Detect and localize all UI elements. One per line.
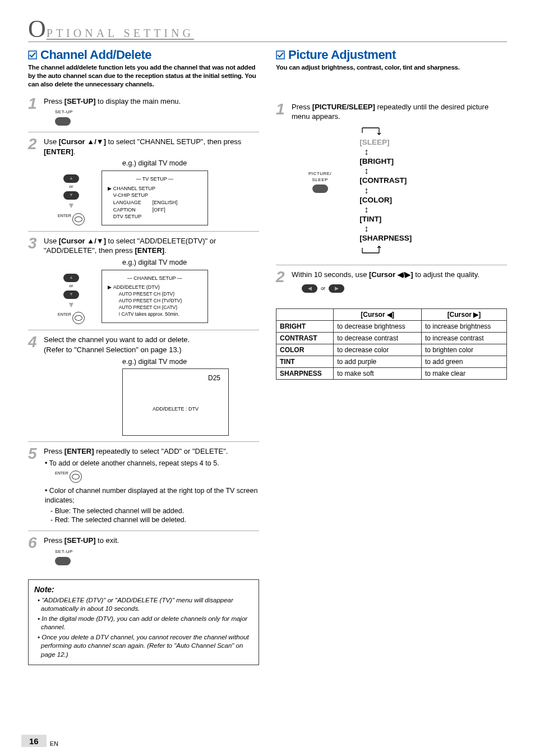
bold: [ENTER] [64, 447, 94, 455]
table-header-row: [Cursor ◀] [Cursor ▶] [276, 308, 507, 320]
note-item: • In the digital mode (DTV), you can add… [38, 615, 253, 632]
channel-d25: D25 [128, 374, 223, 383]
enter-icon: ENTER [58, 312, 85, 324]
left-step-4: 4 Select the channel you want to add or … [28, 335, 259, 442]
triangle-down-icon: ▼ [69, 192, 73, 199]
down-button-icon: ▼ [63, 191, 79, 200]
channel-setup-box: — CHANNEL SETUP — ▶ADD/DELETE (DTV) AUTO… [102, 270, 208, 323]
add-delete-box: D25 ADD/DELETE : DTV [122, 368, 229, 436]
cell: to increase brightness [421, 320, 506, 332]
tv-box-title: — CHANNEL SETUP — [108, 275, 202, 282]
updown-arrow-icon: ↕ [364, 147, 368, 156]
right-step-2: 2 Within 10 seconds, use [Cursor ◀/▶] to… [276, 270, 507, 304]
text: repeatedly to select "ADD" or "DELETE". [94, 447, 228, 455]
add-delete-label: ADD/DELETE : DTV [128, 405, 223, 413]
step-number: 5 [28, 446, 39, 525]
text: Press [44, 447, 64, 455]
tv-row-label: ! CATV takes approx. 50min. [119, 311, 179, 318]
eg-label: e.g.) digital TV mode [122, 258, 259, 268]
bold: [Cursor ▲/▼] [59, 137, 106, 146]
cell: to brighten color [421, 344, 506, 356]
text: to select "CHANNEL SETUP", then press [106, 137, 241, 146]
text: . [164, 246, 167, 255]
tv-row: AUTO PRESET CH (CATV) [108, 305, 202, 311]
down-arrow-icon: ▼ [67, 299, 75, 310]
triangle-down-icon: ▼ [69, 292, 73, 298]
tv-box-title: — TV SETUP — [108, 176, 202, 183]
bullet: • To add or delete another channels, rep… [45, 459, 259, 468]
note-item: • Once you delete a DTV channel, you can… [38, 633, 253, 660]
text: Within 10 seconds, use [292, 270, 369, 279]
left-step-5: 5 Press [ENTER] repeatedly to select "AD… [28, 446, 259, 531]
tv-setup-box: — TV SETUP — ▶CHANNEL SETUP V-CHIP SETUP… [102, 170, 208, 225]
table-row: COLORto decrease colorto brighten color [276, 344, 507, 356]
triangle-up-icon: ▲ [69, 275, 73, 281]
updown-arrow-icon: ↕ [364, 205, 368, 214]
step-number: 2 [276, 270, 287, 298]
step-body: Use [Cursor ▲/▼] to select "CHANNEL SETU… [44, 137, 259, 225]
flow-item-contrast: [CONTRAST] [359, 176, 407, 186]
row-name: SHARPNESS [276, 367, 334, 379]
step-lower-row: ▲ or ▼ ▼ ENTER — CHANNEL SETUP — ▶ADD/DE… [44, 270, 259, 325]
tv-row: ▶CHANNEL SETUP [108, 185, 202, 192]
enter-label: ENTER [58, 312, 71, 317]
right-column: Picture Adjustment You can adjust bright… [276, 48, 507, 665]
tv-row-label: AUTO PRESET CH (CATV) [119, 305, 177, 311]
left-step-1: 1 Press [SET-UP] to display the main men… [28, 96, 259, 132]
left-column: Channel Add/Delete The channel add/delet… [28, 48, 259, 665]
loop-up-arrow-icon [359, 243, 382, 255]
remote-setup-icon: SET-UP [55, 549, 259, 566]
enter-circle-icon [70, 471, 82, 483]
remote-cursor-icon: ▲ or ▼ ▼ ENTER [58, 273, 85, 325]
remote-label: PICTURE/ SLEEP [308, 171, 331, 183]
text: (Refer to "Channel Selection" on page 13… [44, 345, 259, 355]
left-step-2: 2 Use [Cursor ▲/▼] to select "CHANNEL SE… [28, 137, 259, 232]
tv-row: DTV SETUP [108, 213, 202, 220]
row-name: TINT [276, 356, 334, 367]
enter-label: ENTER [58, 213, 71, 218]
cell: to increase contrast [421, 332, 506, 344]
remote-picture-sleep-icon: PICTURE/ SLEEP [308, 171, 331, 193]
text: Press [44, 97, 64, 105]
tv-row: LANGUAGE[ENGLISH] [108, 199, 202, 206]
text: Press [44, 536, 64, 545]
enter-circle-icon [72, 312, 85, 324]
text: Use [44, 237, 59, 245]
flow-item-sleep: [SLEEP] [359, 137, 389, 147]
bold: [SET-UP] [64, 536, 96, 545]
pointer-icon: ▶ [108, 185, 113, 192]
page-header: O PTIONAL SETTING [28, 17, 507, 42]
text: to exit. [95, 536, 119, 545]
bold: [ENTER] [135, 246, 164, 255]
bold: [SET-UP] [64, 97, 96, 105]
left-button-icon: ◀ [302, 284, 317, 293]
step-body: Press [ENTER] repeatedly to select "ADD"… [44, 446, 259, 525]
section-title-row: Picture Adjustment [276, 48, 507, 62]
step-number: 4 [28, 335, 39, 436]
table-row: TINTto add purpleto add green [276, 356, 507, 367]
enter-circle-icon [72, 213, 85, 225]
or-label: or [69, 184, 73, 190]
or-label: or [69, 283, 73, 289]
table-row: CONTRASTto decrease contrastto increase … [276, 332, 507, 344]
tv-row-label: V-CHIP SETUP [113, 192, 148, 199]
tv-row-label: CAPTION [113, 206, 153, 214]
table-header-left: [Cursor ◀] [334, 308, 422, 320]
tv-row: AUTO PRESET CH (DTV) [108, 291, 202, 298]
sub-bullet: - Red: The selected channel will be dele… [50, 515, 259, 525]
table-header-blank [276, 308, 334, 320]
step-number: 3 [28, 236, 39, 325]
sub-bullet: - Blue: The selected channel will be add… [50, 506, 259, 516]
eg-label: e.g.) digital TV mode [122, 357, 259, 367]
cell: to decrease brightness [334, 320, 422, 332]
section-title-row: Channel Add/Delete [28, 48, 259, 62]
note-box: Note: • "ADD/DELETE (DTV)" or "ADD/DELET… [28, 579, 259, 666]
remote-label: SET-UP [55, 549, 73, 555]
right-section-title: Picture Adjustment [288, 48, 396, 62]
cell: to add green [421, 356, 506, 367]
or-label: or [321, 285, 325, 292]
left-step-3: 3 Use [Cursor ▲/▼] to select "ADD/DELETE… [28, 236, 259, 331]
bold: [Cursor ▲/▼] [59, 237, 106, 245]
tv-row: AUTO PRESET CH (TV/DTV) [108, 298, 202, 305]
bullet-list: • To add or delete another channels, rep… [44, 459, 259, 525]
